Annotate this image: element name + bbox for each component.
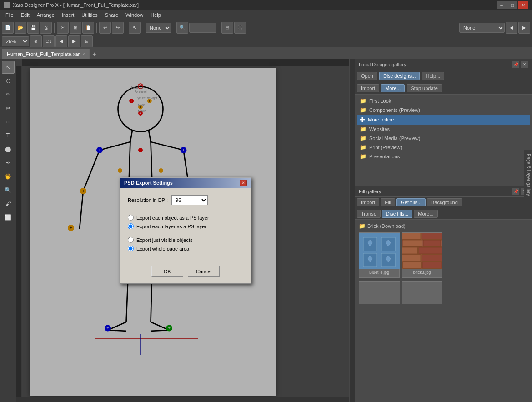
zoom-100-button[interactable]: 1:1 bbox=[43, 35, 55, 47]
app-icon bbox=[4, 2, 10, 8]
menu-file[interactable]: File bbox=[2, 11, 17, 19]
import-gallery-button[interactable]: Import bbox=[357, 84, 379, 92]
modal-overlay: PSD Export Settings ✕ Resolution in DPI:… bbox=[16, 59, 355, 402]
zoom-prev[interactable]: ◀ bbox=[55, 35, 67, 47]
save-button[interactable]: 💾 bbox=[27, 22, 39, 34]
stop-update-button[interactable]: Stop update bbox=[407, 84, 442, 92]
gallery-item-label-more-online: More online... bbox=[368, 117, 398, 122]
menu-edit[interactable]: Edit bbox=[17, 11, 33, 19]
help-button[interactable]: Help... bbox=[422, 72, 444, 80]
menu-help[interactable]: Help bbox=[147, 11, 165, 19]
view-button[interactable]: ⊟ bbox=[221, 22, 233, 34]
brush-tool[interactable]: 🖌 bbox=[2, 197, 15, 210]
disc-fills-button[interactable]: Disc fills... bbox=[382, 210, 413, 218]
draw-tool[interactable]: ✏ bbox=[2, 88, 15, 101]
cut-button[interactable]: ✂ bbox=[57, 22, 69, 34]
copy-button[interactable]: ⊞ bbox=[70, 22, 81, 34]
eraser-tool[interactable]: ⬜ bbox=[2, 211, 15, 224]
tab-close-button[interactable]: × bbox=[82, 52, 85, 56]
fill-button[interactable]: Fill bbox=[381, 198, 395, 206]
layer-option-object: Export each object as a PS layer bbox=[128, 215, 243, 221]
close-button[interactable]: ✕ bbox=[518, 1, 528, 9]
zoom-tool[interactable]: 🔍 bbox=[2, 184, 15, 196]
fill-more-button[interactable]: More... bbox=[414, 210, 437, 218]
area-option-whole: Export whole page area bbox=[128, 246, 243, 251]
transform-tool[interactable]: ↔ bbox=[2, 116, 15, 128]
gallery-item-first-look[interactable]: 📁 First Look bbox=[357, 96, 530, 106]
shape-tool[interactable]: ⬡ bbox=[2, 75, 15, 87]
radio-whole[interactable] bbox=[128, 246, 134, 251]
more-button[interactable]: More... bbox=[381, 84, 405, 92]
select-tool[interactable]: ↖ bbox=[2, 61, 15, 74]
open-button[interactable]: 📂 bbox=[15, 22, 26, 34]
pen-tool[interactable]: ✒ bbox=[2, 156, 15, 169]
fill-item-brick3[interactable]: brick3.jpg bbox=[402, 232, 442, 278]
radio-visible[interactable] bbox=[128, 237, 134, 243]
menu-utilities[interactable]: Utilities bbox=[78, 11, 101, 19]
undo-button[interactable]: ↩ bbox=[99, 22, 111, 34]
new-button[interactable]: 📄 bbox=[2, 22, 14, 34]
separator-4 bbox=[143, 23, 143, 33]
close-panel-button[interactable]: ✕ bbox=[521, 61, 528, 68]
fill-item-placeholder-2[interactable]: ... bbox=[402, 281, 442, 304]
cut-tool[interactable]: ✂ bbox=[2, 102, 15, 115]
gallery-item-more-online[interactable]: ✚ More online... bbox=[357, 115, 530, 125]
zoom-in-button[interactable]: 🔍 bbox=[176, 22, 188, 34]
headphones-button[interactable]: 🎧 bbox=[234, 22, 246, 34]
fill-item-bluetile[interactable]: Bluetile.jpg bbox=[359, 232, 400, 278]
radio-object-layer[interactable] bbox=[128, 215, 134, 221]
menu-share[interactable]: Share bbox=[101, 11, 122, 19]
gallery-item-label-websites: Websites bbox=[369, 126, 390, 132]
tab-add-button[interactable]: + bbox=[90, 50, 99, 59]
fill-import-button[interactable]: Import bbox=[357, 198, 379, 206]
menu-arrange[interactable]: Arrange bbox=[33, 11, 58, 19]
layer-next[interactable]: ▶ bbox=[518, 22, 530, 34]
gallery-item-print[interactable]: 📁 Print (Preview) bbox=[357, 143, 530, 152]
cancel-button[interactable]: Cancel bbox=[188, 266, 220, 277]
print-button[interactable]: 🖨 bbox=[40, 22, 52, 34]
layer-select[interactable]: None bbox=[459, 23, 505, 33]
select-button[interactable]: ↖ bbox=[129, 22, 141, 34]
redo-button[interactable]: ↪ bbox=[112, 22, 124, 34]
canvas-area[interactable]: + + + + + + + + + bbox=[16, 59, 355, 402]
pan-select[interactable]: None bbox=[146, 23, 171, 33]
radio-layer-ps[interactable] bbox=[128, 223, 134, 229]
designs-gallery-header: Local Designs gallery 📌 ✕ bbox=[355, 59, 532, 70]
resolution-select[interactable]: 96 72 150 200 300 bbox=[171, 195, 208, 205]
zoom-select[interactable]: 26% bbox=[2, 36, 29, 46]
minimize-button[interactable]: – bbox=[497, 1, 507, 9]
menu-window[interactable]: Window bbox=[122, 11, 147, 19]
gallery-item-components[interactable]: 📁 Components (Preview) bbox=[357, 106, 530, 115]
fill-tool[interactable]: ⬤ bbox=[2, 143, 15, 156]
menu-insert[interactable]: Insert bbox=[58, 11, 78, 19]
open-gallery-button[interactable]: Open bbox=[357, 72, 377, 80]
zoom-next[interactable]: ▶ bbox=[68, 35, 80, 47]
svg-rect-81 bbox=[419, 247, 442, 254]
pin-button[interactable]: 📌 bbox=[512, 61, 519, 68]
paste-button[interactable]: 📋 bbox=[82, 22, 94, 34]
background-button[interactable]: Background bbox=[427, 198, 462, 206]
gallery-item-label-social-media: Social Media (Preview) bbox=[369, 136, 420, 141]
resolution-row: Resolution in DPI: 96 72 150 200 300 bbox=[128, 195, 243, 205]
folder-icon-3: 📁 bbox=[360, 126, 366, 132]
page-layer-gallery-tab[interactable]: Page & Layer gallery bbox=[524, 150, 532, 200]
hand-tool[interactable]: 🖐 bbox=[2, 170, 15, 183]
fill-item-placeholder-1[interactable]: ... bbox=[359, 281, 400, 304]
transp-button[interactable]: Transp bbox=[357, 210, 381, 218]
zoom-fit[interactable]: ⊟ bbox=[81, 35, 93, 47]
ok-button[interactable]: OK bbox=[151, 266, 183, 277]
gallery-item-websites[interactable]: 📁 Websites bbox=[357, 125, 530, 134]
tab-bar: Human_Front_Full_Template.xar × + bbox=[0, 47, 532, 59]
zoom-input[interactable]: 26% bbox=[189, 23, 216, 33]
dialog-close-button[interactable]: ✕ bbox=[240, 180, 247, 186]
fill-gallery-pin[interactable]: 📌 bbox=[512, 188, 519, 195]
get-fills-button[interactable]: Get fills... bbox=[396, 198, 426, 206]
disc-designs-button[interactable]: Disc designs... bbox=[379, 72, 420, 80]
text-tool[interactable]: T bbox=[2, 129, 15, 142]
layer-prev[interactable]: ◀ bbox=[506, 22, 517, 34]
restore-button[interactable]: □ bbox=[507, 1, 517, 9]
gallery-item-social-media[interactable]: 📁 Social Media (Preview) bbox=[357, 134, 530, 143]
tab-main[interactable]: Human_Front_Full_Template.xar × bbox=[2, 49, 90, 59]
gallery-item-presentations[interactable]: 📁 Presentations bbox=[357, 152, 530, 161]
fit-button[interactable]: ⊕ bbox=[30, 35, 42, 47]
